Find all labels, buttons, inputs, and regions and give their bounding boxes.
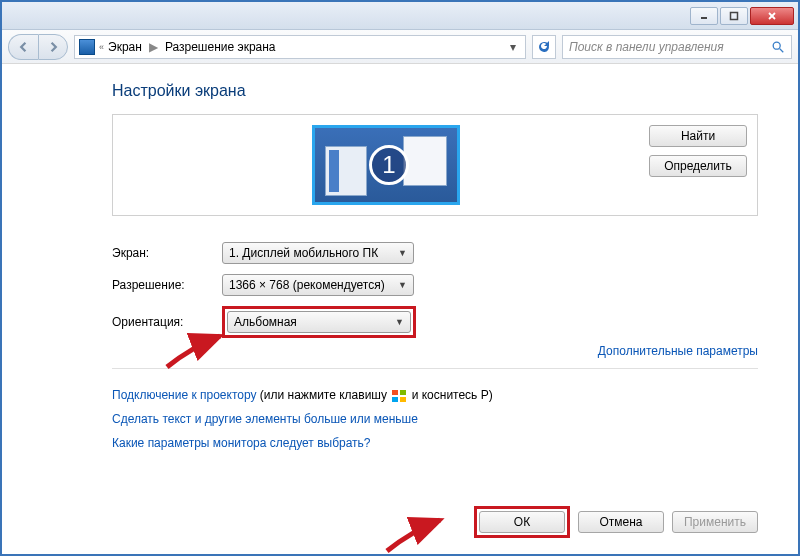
nav-back-button[interactable] <box>8 34 38 60</box>
chevron-down-icon: ▼ <box>395 317 404 327</box>
monitor-preview[interactable]: 1 <box>312 125 460 205</box>
highlight-box: Альбомная ▼ <box>222 306 416 338</box>
svg-point-4 <box>773 42 780 49</box>
apply-button: Применить <box>672 511 758 533</box>
preview-window-icon <box>325 146 367 196</box>
breadcrumb-item[interactable]: Экран <box>108 40 142 54</box>
textsize-link[interactable]: Сделать текст и другие элементы больше и… <box>112 412 418 426</box>
advanced-settings-link[interactable]: Дополнительные параметры <box>598 344 758 358</box>
projector-hint-a: (или нажмите клавишу <box>257 388 391 402</box>
display-dropdown[interactable]: 1. Дисплей мобильного ПК ▼ <box>222 242 414 264</box>
svg-rect-1 <box>731 12 738 19</box>
search-input[interactable]: Поиск в панели управления <box>562 35 792 59</box>
windows-key-icon <box>392 390 406 402</box>
annotation-arrow <box>382 516 452 556</box>
refresh-button[interactable] <box>532 35 556 59</box>
identify-button[interactable]: Определить <box>649 155 747 177</box>
maximize-button[interactable] <box>720 7 748 25</box>
ok-button[interactable]: ОК <box>479 511 565 533</box>
orientation-dropdown[interactable]: Альбомная ▼ <box>227 311 411 333</box>
display-preview-panel: 1 Найти Определить <box>112 114 758 216</box>
orientation-value: Альбомная <box>234 315 297 329</box>
svg-line-5 <box>780 48 784 52</box>
address-dropdown[interactable]: ▾ <box>505 40 521 54</box>
search-placeholder: Поиск в панели управления <box>569 40 771 54</box>
control-panel-icon <box>79 39 95 55</box>
resolution-dropdown[interactable]: 1366 × 768 (рекомендуется) ▼ <box>222 274 414 296</box>
minimize-button[interactable] <box>690 7 718 25</box>
detect-button[interactable]: Найти <box>649 125 747 147</box>
highlight-box: ОК <box>474 506 570 538</box>
nav-forward-button[interactable] <box>38 34 68 60</box>
close-button[interactable] <box>750 7 794 25</box>
display-value: 1. Дисплей мобильного ПК <box>229 246 378 260</box>
resolution-label: Разрешение: <box>112 278 222 292</box>
resolution-value: 1366 × 768 (рекомендуется) <box>229 278 385 292</box>
search-icon <box>771 40 785 54</box>
monitor-number-badge: 1 <box>369 145 409 185</box>
whichmonitor-link[interactable]: Какие параметры монитора следует выбрать… <box>112 436 371 450</box>
projector-hint-b: и коснитесь P) <box>408 388 492 402</box>
divider <box>112 368 758 369</box>
page-title: Настройки экрана <box>112 82 758 100</box>
breadcrumb-item[interactable]: Разрешение экрана <box>165 40 276 54</box>
cancel-button[interactable]: Отмена <box>578 511 664 533</box>
projector-link[interactable]: Подключение к проектору <box>112 388 257 402</box>
display-label: Экран: <box>112 246 222 260</box>
chevron-down-icon: ▼ <box>398 248 407 258</box>
breadcrumb-prefix: « <box>99 42 104 52</box>
preview-window-icon <box>403 136 447 186</box>
orientation-label: Ориентация: <box>112 315 222 329</box>
chevron-right-icon: ▶ <box>149 40 158 54</box>
address-bar[interactable]: « Экран ▶ Разрешение экрана ▾ <box>74 35 526 59</box>
chevron-down-icon: ▼ <box>398 280 407 290</box>
